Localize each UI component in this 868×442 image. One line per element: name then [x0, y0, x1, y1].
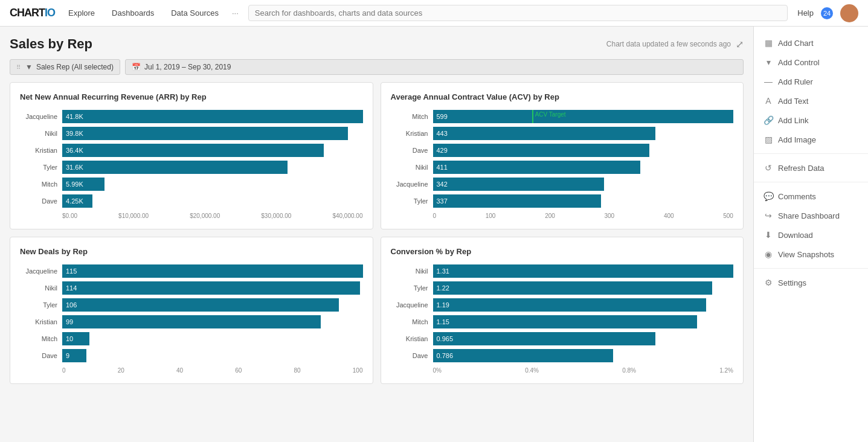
bar-container: 39.8K: [62, 127, 363, 140]
top-nav: CHARTIO Explore Dashboards Data Sources …: [0, 0, 868, 27]
bar-fill: 0.965: [433, 332, 655, 345]
sidebar-item-add-chart[interactable]: ▦Add Chart: [754, 34, 868, 52]
sidebar-item-label: Add Link: [778, 116, 809, 125]
bar-label: Nikil: [391, 164, 433, 171]
xaxis-tick: 0: [433, 213, 437, 219]
main-content: Sales by Rep Chart data updated a few se…: [0, 27, 753, 442]
search-input[interactable]: [248, 5, 788, 21]
chart-arr: Net New Annual Recurring Revenue (ARR) b…: [10, 82, 373, 229]
nav-dashboards[interactable]: Dashboards: [108, 6, 158, 20]
bar-container: 10: [62, 332, 363, 345]
sidebar-item-add-image[interactable]: ▨Add Image: [754, 130, 868, 149]
bar-label: Dave: [20, 197, 62, 205]
sidebar-item-settings[interactable]: ⚙Settings: [754, 274, 868, 292]
view-snapshots-icon: ◉: [764, 249, 773, 259]
add-ruler-icon: ―: [764, 77, 773, 86]
nav-data-sources[interactable]: Data Sources: [167, 6, 222, 20]
bar-row: Tyler106: [20, 298, 363, 312]
bar-container: 106: [62, 298, 363, 312]
dashboard-meta: Chart data updated a few seconds ago ⤢: [606, 39, 744, 50]
bar-row: Dave9: [20, 349, 363, 362]
bar-value: 1.19: [437, 301, 449, 309]
bar-row: Nikil114: [20, 281, 363, 295]
bar-row: Dave429: [391, 144, 734, 157]
bar-row: MitchACV Target599: [391, 110, 734, 123]
sidebar-item-view-snapshots[interactable]: ◉View Snapshots: [754, 245, 868, 263]
bar-container: 1.31: [433, 264, 734, 278]
filter-bar: ⠿ ▼ Sales Rep (All selected) 📅 Jul 1, 20…: [10, 59, 744, 75]
bar-container: 9: [62, 349, 363, 362]
avatar[interactable]: [840, 4, 858, 22]
bar-label: Kristian: [20, 318, 62, 325]
bar-container: 411: [433, 161, 734, 174]
bar-label: Dave: [391, 352, 433, 359]
bar-value: 114: [66, 284, 77, 292]
bar-container: 1.15: [433, 315, 734, 328]
sidebar-item-add-link[interactable]: 🔗Add Link: [754, 111, 868, 129]
bar-value: 5.99K: [66, 181, 83, 188]
xaxis-tick: 100: [353, 367, 363, 374]
chart-conversion-xaxis: 0%0.4%0.8%1.2%: [391, 367, 734, 374]
sidebar-item-add-ruler[interactable]: ―Add Ruler: [754, 72, 868, 91]
bar-fill: 39.8K: [62, 127, 348, 140]
bar-fill: 10: [62, 332, 89, 345]
sales-rep-filter[interactable]: ⠿ ▼ Sales Rep (All selected): [10, 59, 120, 75]
xaxis-tick: 0%: [433, 367, 442, 374]
bar-fill: 429: [433, 144, 649, 157]
drag-handle-icon: ⠿: [16, 64, 21, 71]
bar-row: Tyler1.22: [391, 281, 734, 295]
bar-label: Tyler: [391, 284, 433, 292]
bar-value: 106: [66, 301, 77, 309]
sidebar-item-download[interactable]: ⬇Download: [754, 226, 868, 244]
topnav-right: Help 24: [797, 4, 858, 22]
xaxis-tick: 0.8%: [622, 367, 636, 374]
nav-more[interactable]: ···: [232, 8, 239, 18]
bar-fill: 342: [433, 178, 605, 191]
help-link[interactable]: Help: [797, 8, 814, 18]
sidebar-item-label: Settings: [778, 278, 806, 287]
bar-label: Mitch: [20, 181, 62, 188]
settings-icon: ⚙: [764, 278, 773, 287]
xaxis-tick: 0: [62, 367, 66, 374]
bar-row: Mitch10: [20, 332, 363, 345]
bar-fill: 1.15: [433, 315, 698, 328]
bar-value: 41.8K: [66, 113, 83, 120]
sidebar-item-comments[interactable]: 💬Comments: [754, 187, 868, 205]
filter-label: Sales Rep (All selected): [36, 63, 114, 71]
app-logo[interactable]: CHARTIO: [10, 7, 55, 19]
bar-fill: 411: [433, 161, 640, 174]
xaxis-tick: 200: [545, 213, 555, 219]
xaxis-tick: $0.00: [62, 213, 77, 219]
xaxis-tick: 0.4%: [525, 367, 539, 374]
bar-label: Tyler: [391, 197, 433, 205]
nav-explore[interactable]: Explore: [65, 6, 98, 20]
sidebar-item-refresh-data[interactable]: ↺Refresh Data: [754, 159, 868, 177]
date-range-filter[interactable]: 📅 Jul 1, 2019 – Sep 30, 2019: [125, 59, 744, 75]
sidebar-item-share-dashboard[interactable]: ↪Share Dashboard: [754, 207, 868, 225]
chart-acv-xaxis: 0100200300400500: [391, 213, 734, 219]
bar-container: 1.22: [433, 281, 734, 295]
chart-deals-bars: Jacqueline115Nikil114Tyler106Kristian99M…: [20, 264, 363, 362]
bar-label: Jacqueline: [20, 267, 62, 275]
chart-acv: Average Annual Contract Value (ACV) by R…: [381, 82, 744, 229]
bar-fill: 106: [62, 298, 339, 312]
bar-row: Dave0.786: [391, 349, 734, 362]
bar-fill: 36.4K: [62, 144, 324, 157]
bar-row: Kristian443: [391, 127, 734, 140]
bar-fill: 337: [433, 194, 602, 208]
xaxis-tick: $30,000.00: [261, 213, 291, 219]
bar-row: Dave4.25K: [20, 194, 363, 208]
xaxis-tick: 40: [176, 367, 183, 374]
sidebar-item-add-control[interactable]: ▾Add Control: [754, 53, 868, 71]
bar-row: Nikil1.31: [391, 264, 734, 278]
bar-row: Nikil39.8K: [20, 127, 363, 140]
bar-label: Dave: [20, 352, 62, 359]
bar-fill: 4.25K: [62, 194, 92, 208]
sidebar-item-add-text[interactable]: AAdd Text: [754, 92, 868, 110]
bar-container: 0.965: [433, 332, 734, 345]
bar-fill: 0.786: [433, 349, 614, 362]
expand-icon[interactable]: ⤢: [736, 39, 744, 50]
bar-row: Jacqueline115: [20, 264, 363, 278]
bar-row: Kristian0.965: [391, 332, 734, 345]
notification-badge[interactable]: 24: [821, 7, 833, 19]
